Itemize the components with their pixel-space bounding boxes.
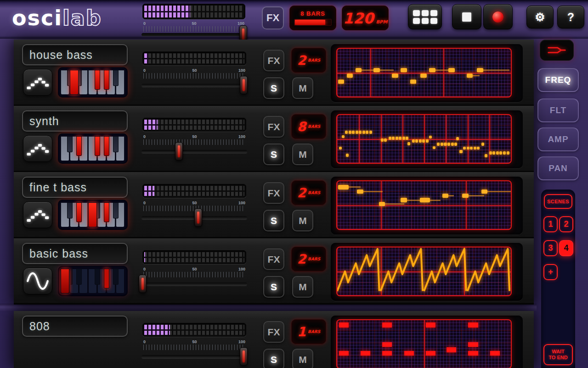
tab-amp[interactable]: AMP — [537, 127, 579, 151]
pattern-display[interactable] — [331, 44, 523, 102]
volume-slider-handle[interactable] — [194, 208, 202, 227]
master-fx-button[interactable]: FX — [262, 6, 284, 29]
note-dot — [339, 147, 342, 150]
record-button[interactable] — [483, 4, 513, 29]
song-bars-label: 8 BARS — [300, 10, 325, 17]
note-dot — [422, 139, 425, 143]
scale-tick-50: 50 — [192, 339, 197, 344]
scale-tick-100: 100 — [238, 267, 245, 271]
volume-slider-track[interactable] — [141, 84, 247, 87]
scene-button-2[interactable]: 2 — [559, 216, 573, 232]
volume-slider-track[interactable] — [141, 282, 247, 286]
note-sustain-tail — [349, 186, 361, 188]
track-name-field[interactable]: fine t bass — [22, 177, 128, 198]
volume-slider-handle[interactable] — [240, 347, 248, 366]
note-dot — [441, 143, 443, 146]
mute-button[interactable]: M — [292, 77, 313, 99]
bars-display[interactable]: 1BARS — [291, 319, 326, 344]
song-bars-readout[interactable]: 8 BARS — [289, 6, 336, 30]
scene-add-button[interactable]: + — [543, 264, 558, 280]
keyboard-button[interactable] — [58, 200, 128, 230]
bar-divider-line — [446, 115, 447, 163]
keyboard-button[interactable] — [58, 266, 128, 296]
note-dot — [496, 151, 499, 155]
stop-button[interactable] — [452, 4, 481, 29]
record-icon — [492, 12, 503, 23]
bpm-display[interactable]: 120 BPM — [342, 6, 389, 30]
mute-button[interactable]: M — [292, 210, 313, 231]
pattern-grid — [336, 180, 512, 230]
white-key — [70, 70, 79, 95]
bars-display[interactable]: 2BARS — [291, 48, 326, 73]
pads-view-button[interactable] — [408, 4, 442, 29]
tab-freq[interactable]: FREQ — [537, 68, 579, 92]
track-name-field[interactable]: basic bass — [22, 243, 128, 264]
scale-tick-0: 0 — [143, 201, 146, 205]
fx-button[interactable]: FX — [263, 248, 284, 270]
fx-button[interactable]: FX — [263, 116, 284, 138]
wave-shape-button[interactable] — [23, 268, 52, 294]
pattern-display[interactable] — [331, 110, 523, 168]
bars-display[interactable]: 8BARS — [291, 114, 326, 139]
volume-slider-handle[interactable] — [240, 76, 248, 94]
note-block — [448, 68, 455, 72]
pattern-display[interactable] — [331, 243, 523, 301]
solo-button[interactable]: S — [263, 144, 284, 165]
black-key — [95, 70, 101, 90]
tab-flt[interactable]: FLT — [537, 98, 579, 122]
keyboard-button[interactable] — [58, 133, 128, 164]
volume-slider-track[interactable] — [141, 355, 247, 358]
wave-shape-button[interactable] — [23, 69, 52, 96]
note-dot — [392, 137, 395, 140]
wave-shape-button[interactable] — [23, 201, 52, 228]
volume-slider-track[interactable] — [141, 150, 247, 153]
wait-to-end-button[interactable]: WAIT TO END — [543, 344, 573, 365]
track-name-field[interactable]: house bass — [22, 44, 128, 65]
solo-button[interactable]: S — [263, 276, 284, 298]
note-dot — [474, 147, 476, 150]
fx-button[interactable]: FX — [263, 50, 284, 71]
fx-button[interactable]: FX — [263, 321, 284, 343]
help-button[interactable]: ? — [557, 6, 584, 29]
note-block — [429, 68, 435, 72]
pattern-display[interactable] — [331, 177, 523, 235]
settings-button[interactable]: ⚙ — [526, 6, 554, 29]
scale-tick-100: 100 — [238, 201, 245, 205]
scene-button-4[interactable]: 4 — [559, 240, 573, 256]
tab-pan[interactable]: PAN — [537, 156, 579, 180]
drum-block — [468, 351, 478, 356]
mute-button[interactable]: M — [292, 349, 313, 368]
scene-button-3[interactable]: 3 — [543, 240, 558, 256]
scale-tick-0: 0 — [143, 267, 146, 271]
keyboard-button[interactable] — [58, 67, 128, 98]
osc-mode-button[interactable] — [540, 40, 574, 61]
solo-button[interactable]: S — [263, 210, 284, 231]
black-key — [67, 136, 73, 152]
fx-button[interactable]: FX — [263, 182, 284, 204]
track-list-lower: 808050100FX1BARSSM — [14, 311, 534, 368]
track-name-field[interactable]: synth — [22, 110, 128, 132]
mute-button[interactable]: M — [292, 144, 313, 165]
scene-button-1[interactable]: 1 — [543, 216, 558, 232]
note-sustain-tail — [435, 69, 449, 71]
note-block — [357, 190, 363, 194]
note-dot — [342, 135, 345, 138]
pattern-display[interactable] — [331, 316, 523, 368]
drum-block — [447, 347, 456, 352]
solo-button[interactable]: S — [263, 349, 284, 368]
note-dot — [426, 139, 429, 143]
volume-slider-handle[interactable] — [139, 275, 147, 293]
master-slider-track[interactable] — [141, 33, 246, 36]
volume-slider-handle[interactable] — [175, 142, 183, 161]
bar-divider-line — [489, 115, 490, 163]
mute-button[interactable]: M — [292, 276, 313, 298]
volume-slider-scale: 050100 — [143, 339, 245, 351]
note-dot — [454, 143, 457, 146]
solo-button[interactable]: S — [263, 77, 284, 99]
note-dot — [352, 131, 355, 134]
bars-display[interactable]: 2BARS — [291, 247, 326, 271]
note-dot — [381, 138, 384, 142]
wave-shape-button[interactable] — [23, 135, 52, 162]
track-name-field[interactable]: 808 — [22, 316, 128, 337]
bars-display[interactable]: 2BARS — [291, 180, 326, 205]
